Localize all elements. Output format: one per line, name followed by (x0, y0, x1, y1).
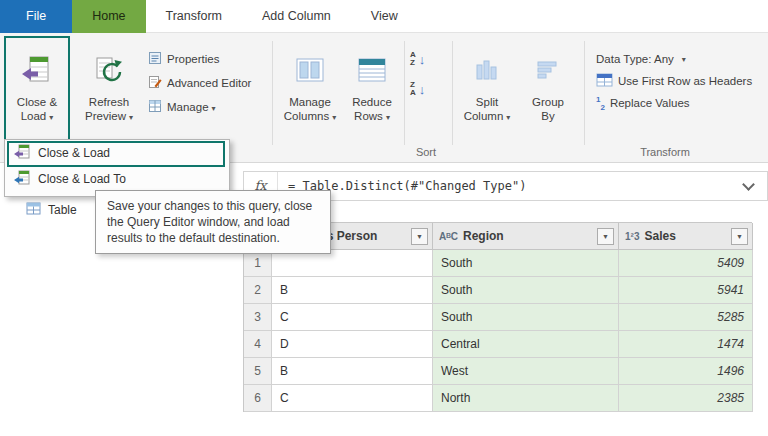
column-header-label: Sales (644, 229, 675, 243)
cell-person[interactable] (272, 250, 433, 277)
transform-group-label: Transform (600, 146, 730, 158)
manage-button[interactable]: Manage (148, 97, 216, 117)
menu-item-close-load-to-label: Close & Load To (38, 172, 126, 186)
close-load-label-line2: Load (21, 109, 54, 125)
cell-sales[interactable]: 1496 (619, 358, 753, 385)
text-type-icon: AᴮC (439, 231, 458, 242)
ribbon-separator (452, 41, 453, 145)
filter-button[interactable]: ▼ (597, 228, 614, 245)
data-type-label: Data Type: Any (596, 53, 674, 65)
advanced-editor-label: Advanced Editor (167, 77, 251, 89)
tooltip-text: Save your changes to this query, close t… (107, 199, 312, 245)
group-by-label-line2: By (541, 109, 554, 123)
close-load-button[interactable]: Close & Load (7, 39, 67, 149)
split-column-label-line1: Split (476, 95, 498, 109)
replace-values-icon: 12 (596, 95, 605, 112)
column-header-region[interactable]: AᴮC Region ▼ (433, 223, 619, 250)
cell-person[interactable]: B (272, 358, 433, 385)
cell-sales[interactable]: 1474 (619, 331, 753, 358)
reduce-rows-button[interactable]: Reduce Rows (344, 39, 400, 149)
ribbon-separator (272, 41, 273, 145)
manage-columns-label-line2: Columns (284, 109, 336, 125)
properties-button[interactable]: Properties (148, 49, 219, 69)
cell-sales[interactable]: 5941 (619, 277, 753, 304)
cell-region[interactable]: South (433, 304, 619, 331)
menu-item-close-load-to[interactable]: Close & Load To (5, 166, 229, 192)
properties-label: Properties (167, 53, 219, 65)
split-column-button[interactable]: Split Column (458, 39, 516, 149)
cell-sales[interactable]: 2385 (619, 385, 753, 412)
cell-person[interactable]: C (272, 304, 433, 331)
row-number[interactable]: 5 (244, 358, 272, 385)
ribbon-separator (584, 41, 585, 145)
cell-region[interactable]: Central (433, 331, 619, 358)
sort-za-icon: ZA (410, 81, 416, 97)
data-type-dropdown[interactable]: Data Type: Any (596, 49, 686, 69)
ribbon-separator (404, 41, 405, 145)
split-column-icon (473, 45, 501, 95)
column-header-label: Region (463, 229, 504, 243)
row-number[interactable]: 3 (244, 304, 272, 331)
cell-sales[interactable]: 5285 (619, 304, 753, 331)
row-number[interactable]: 1 (244, 250, 272, 277)
cell-person[interactable]: D (272, 331, 433, 358)
group-by-label-line1: Group (532, 95, 564, 109)
row-number[interactable]: 4 (244, 331, 272, 358)
use-first-row-label: Use First Row as Headers (618, 75, 752, 87)
split-column-label-line2: Column (464, 109, 511, 125)
manage-label: Manage (167, 101, 216, 113)
reduce-rows-label-line2: Rows (354, 109, 390, 125)
advanced-editor-icon (148, 75, 162, 91)
menu-item-close-load[interactable]: Close & Load (5, 140, 229, 166)
tab-file[interactable]: File (0, 0, 72, 33)
manage-columns-label-line1: Manage (289, 95, 331, 109)
manage-columns-button[interactable]: Manage Columns (280, 39, 340, 149)
use-first-row-button[interactable]: Use First Row as Headers (596, 71, 752, 91)
replace-values-button[interactable]: 12 Replace Values (596, 93, 690, 113)
filter-button[interactable]: ▼ (411, 228, 428, 245)
advanced-editor-button[interactable]: Advanced Editor (148, 73, 251, 93)
tab-view[interactable]: View (351, 0, 418, 33)
cell-region[interactable]: North (433, 385, 619, 412)
replace-values-label: Replace Values (610, 97, 690, 109)
query-item-label: Table (48, 203, 77, 217)
refresh-preview-button[interactable]: Refresh Preview (78, 39, 140, 149)
cell-person[interactable]: B (272, 277, 433, 304)
column-header-sales[interactable]: 1²3 Sales ▼ (619, 223, 753, 250)
refresh-label-line2: Preview (85, 109, 133, 125)
row-number[interactable]: 6 (244, 385, 272, 412)
tab-home[interactable]: Home (72, 0, 145, 33)
close-load-icon (21, 45, 53, 95)
filter-button[interactable]: ▼ (731, 228, 748, 245)
cell-region[interactable]: South (433, 250, 619, 277)
cell-person[interactable]: C (272, 385, 433, 412)
refresh-label-line1: Refresh (89, 95, 129, 109)
query-item-table[interactable]: Table (26, 200, 77, 220)
sort-ascending-button[interactable]: AZ ↓ (410, 47, 446, 71)
refresh-icon (94, 45, 124, 95)
row-number[interactable]: 2 (244, 277, 272, 304)
close-load-label-line1: Close & (17, 95, 57, 109)
cell-sales[interactable]: 5409 (619, 250, 753, 277)
manage-icon (148, 99, 162, 115)
tab-transform[interactable]: Transform (146, 0, 243, 33)
sort-descending-button[interactable]: ZA ↓ (410, 77, 446, 101)
sort-down-arrow-icon: ↓ (419, 53, 426, 66)
close-load-small-icon (14, 144, 30, 163)
table-icon (26, 202, 41, 218)
formula-expand-chevron-icon[interactable] (742, 178, 755, 191)
close-load-menu: Close & Load Close & Load To (4, 139, 230, 197)
menu-item-close-load-label: Close & Load (38, 146, 110, 160)
close-load-to-small-icon (14, 170, 30, 189)
reduce-rows-label-line1: Reduce (352, 95, 392, 109)
group-by-button[interactable]: Group By (520, 39, 576, 149)
sort-group-label: Sort (402, 146, 450, 158)
tab-add-column[interactable]: Add Column (242, 0, 351, 33)
cell-region[interactable]: South (433, 277, 619, 304)
sort-down-arrow-icon: ↓ (419, 83, 426, 96)
number-type-icon: 1²3 (625, 231, 639, 242)
close-load-tooltip: Save your changes to this query, close t… (95, 190, 331, 254)
sort-az-icon: AZ (410, 51, 416, 67)
cell-region[interactable]: West (433, 358, 619, 385)
ribbon-tab-bar: File Home Transform Add Column View (0, 0, 768, 33)
